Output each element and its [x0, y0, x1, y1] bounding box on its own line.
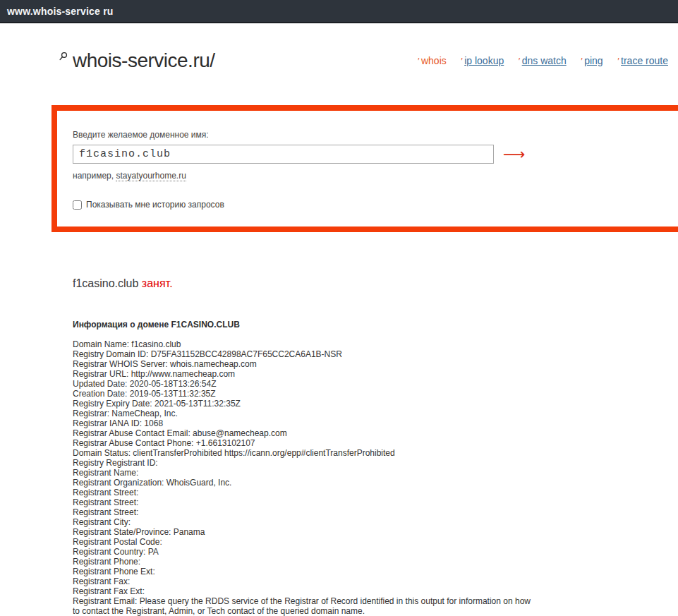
search-icon: [59, 52, 68, 64]
domain-search-panel: Введите желаемое доменное имя: ⟶ наприме…: [52, 105, 678, 232]
nav-item-ip-lookup[interactable]: ′ip lookup: [461, 55, 504, 66]
page-title: whois-service.ru/: [73, 49, 215, 72]
history-option-row: Показывать мне историю запросов: [73, 200, 662, 210]
tick-icon: ′: [461, 56, 462, 66]
browser-url-text: www.whois-service ru: [7, 6, 114, 17]
domain-status-line: f1casino.club занят.: [73, 277, 678, 290]
nav-link-dns-watch[interactable]: dns watch: [522, 55, 567, 66]
nav-item-ping[interactable]: ′ping: [581, 55, 603, 66]
example-domain-link[interactable]: stayatyourhome.ru: [116, 171, 186, 181]
tick-icon: ′: [518, 56, 519, 66]
hint-prefix: например,: [73, 171, 116, 181]
browser-title-bar: www.whois-service ru: [0, 0, 678, 23]
main-nav: ′whois ′ip lookup ′dns watch ′ping ′trac…: [404, 55, 668, 66]
result-domain: f1casino.club: [73, 277, 138, 289]
domain-input-row: ⟶: [73, 145, 662, 164]
tick-icon: ′: [617, 56, 619, 66]
site-header: whois-service.ru/ ′whois ′ip lookup ′dns…: [59, 49, 668, 72]
nav-link-trace-route[interactable]: trace route: [621, 55, 668, 66]
nav-link-whois[interactable]: whois: [421, 55, 447, 66]
tick-icon: ′: [581, 56, 582, 66]
status-badge: занят.: [142, 277, 173, 289]
nav-link-ip-lookup[interactable]: ip lookup: [464, 55, 504, 66]
whois-info-heading: Информация о домене F1CASINO.CLUB: [73, 320, 678, 330]
whois-record: Domain Name: f1casino.club Registry Doma…: [73, 339, 658, 616]
nav-item-dns-watch[interactable]: ′dns watch: [518, 55, 566, 66]
submit-arrow-button[interactable]: ⟶: [503, 147, 526, 162]
site-brand: whois-service.ru/: [59, 49, 215, 72]
history-checkbox-label[interactable]: Показывать мне историю запросов: [86, 200, 224, 210]
domain-input-label: Введите желаемое доменное имя:: [73, 130, 662, 140]
domain-input[interactable]: [73, 145, 494, 164]
nav-link-ping[interactable]: ping: [584, 55, 603, 66]
nav-item-trace-route[interactable]: ′trace route: [617, 55, 668, 66]
tick-icon: ′: [418, 56, 419, 66]
nav-item-whois[interactable]: ′whois: [418, 55, 447, 66]
history-checkbox[interactable]: [73, 200, 82, 210]
example-hint: например, stayatyourhome.ru: [73, 171, 662, 181]
